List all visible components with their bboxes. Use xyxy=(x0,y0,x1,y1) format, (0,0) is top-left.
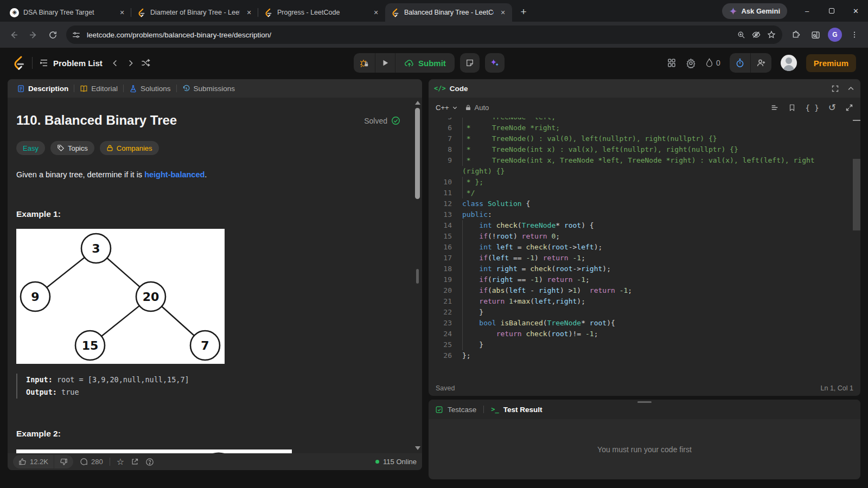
snippets-icon[interactable]: { } xyxy=(805,104,819,112)
browser-tab[interactable]: ✳DSA Binary Tree Target✕ xyxy=(4,3,131,22)
auto-mode[interactable]: Auto xyxy=(465,104,489,112)
tab-submissions[interactable]: Submissions xyxy=(178,85,239,93)
scroll-up-icon[interactable] xyxy=(415,101,420,105)
browser-tab[interactable]: Balanced Binary Tree - LeetCode✕ xyxy=(385,3,512,22)
dislike-button[interactable] xyxy=(54,455,73,468)
online-count: 115 Online xyxy=(383,458,417,466)
window-minimize-button[interactable]: – xyxy=(795,0,819,22)
svg-text:9: 9 xyxy=(31,290,39,304)
leetcode-logo[interactable] xyxy=(12,55,25,70)
collaborate-button[interactable] xyxy=(750,53,771,73)
example1-tree-image: 3920157 xyxy=(16,229,225,364)
zoom-icon[interactable] xyxy=(733,27,749,42)
forward-button[interactable] xyxy=(24,25,42,44)
streak-count: 0 xyxy=(716,59,720,67)
problem-statement: Given a binary tree, determine if it is … xyxy=(16,170,400,179)
tab-close-icon[interactable]: ✕ xyxy=(371,8,381,17)
lock-icon xyxy=(106,144,113,152)
reload-button[interactable] xyxy=(43,25,62,44)
language-selector[interactable]: C++ xyxy=(436,104,458,112)
like-button[interactable]: 12.2K xyxy=(13,455,54,468)
browser-tab[interactable]: Progress - LeetCode✕ xyxy=(258,3,385,22)
extensions-icon[interactable] xyxy=(787,25,805,44)
scroll-down-icon[interactable] xyxy=(415,446,420,450)
cursor-position: Ln 1, Col 1 xyxy=(821,384,853,392)
eye-off-icon[interactable] xyxy=(749,27,764,42)
code-editor[interactable]: 5 * TreeNode *left;6 * TreeNode *right;7… xyxy=(429,118,860,380)
address-bar[interactable]: leetcode.com/problems/balanced-binary-tr… xyxy=(66,25,782,44)
window-maximize-button[interactable] xyxy=(819,0,844,22)
window-close-button[interactable]: ✕ xyxy=(844,0,868,22)
run-button[interactable] xyxy=(375,53,395,73)
help-button[interactable] xyxy=(145,458,154,466)
favorite-button[interactable]: ☆ xyxy=(117,458,124,466)
streak-counter[interactable]: 0 xyxy=(705,58,720,68)
editor-status-bar: Saved Ln 1, Col 1 xyxy=(429,380,860,396)
editor-scrollbar[interactable] xyxy=(853,118,860,380)
topics-label: Topics xyxy=(68,144,88,152)
example1-io: Input: root = [3,9,20,null,null,15,7] Ou… xyxy=(16,374,400,399)
flask-icon xyxy=(129,85,137,93)
prev-problem-button[interactable] xyxy=(108,55,123,70)
tab-close-icon[interactable]: ✕ xyxy=(244,8,254,17)
submit-label: Submit xyxy=(418,59,446,68)
svg-text:15: 15 xyxy=(82,339,99,352)
editor-scrollbar-thumb[interactable] xyxy=(853,159,860,230)
premium-button[interactable]: Premium xyxy=(806,54,856,72)
random-problem-button[interactable] xyxy=(138,55,154,70)
scrollbar-thumb[interactable] xyxy=(415,108,420,199)
line-number: 11 xyxy=(429,188,452,198)
svg-text:7: 7 xyxy=(201,339,209,352)
code-line: 7 * TreeNode() : val(0), left(nullptr), … xyxy=(429,133,860,144)
overview-ruler-mark xyxy=(853,120,860,121)
bookmark-icon[interactable] xyxy=(788,104,796,112)
tab-description[interactable]: Description xyxy=(13,85,72,93)
profile-avatar[interactable]: G xyxy=(826,25,844,44)
tab-label: Solutions xyxy=(141,85,171,93)
line-number: 13 xyxy=(429,209,452,220)
tab-solutions[interactable]: Solutions xyxy=(125,85,175,93)
settings-gear-icon[interactable] xyxy=(686,58,696,68)
height-balanced-link[interactable]: height-balanced xyxy=(144,170,205,179)
tab-close-icon[interactable]: ✕ xyxy=(498,8,508,17)
site-info-icon[interactable] xyxy=(68,27,84,42)
next-problem-button[interactable] xyxy=(123,55,138,70)
notes-button[interactable] xyxy=(460,53,480,73)
tab-editorial[interactable]: Editorial xyxy=(76,85,122,93)
user-avatar[interactable] xyxy=(781,55,797,71)
tab-testcase[interactable]: Testcase xyxy=(435,406,476,414)
reset-code-icon[interactable]: ↺ xyxy=(828,103,836,112)
timer-button[interactable] xyxy=(730,53,750,73)
back-button[interactable] xyxy=(4,25,23,44)
ai-assistant-button[interactable] xyxy=(485,53,505,73)
submit-button[interactable]: Submit xyxy=(395,53,455,73)
fullscreen-icon[interactable] xyxy=(831,85,839,93)
browser-menu-icon[interactable] xyxy=(845,25,864,44)
tab-test-result[interactable]: >_ Test Result xyxy=(491,406,542,414)
solved-label: Solved xyxy=(364,117,387,125)
language-label: C++ xyxy=(436,104,449,112)
format-code-icon[interactable] xyxy=(770,104,779,112)
profile-avatar-letter: G xyxy=(828,28,842,42)
tab-close-icon[interactable]: ✕ xyxy=(117,8,127,17)
testcase-tab-label: Testcase xyxy=(448,406,476,414)
share-button[interactable] xyxy=(131,458,139,466)
comments-button[interactable]: 280 xyxy=(80,458,103,466)
new-tab-button[interactable]: + xyxy=(515,4,532,20)
problem-list-button[interactable]: Problem List xyxy=(39,58,108,68)
debug-button[interactable] xyxy=(354,53,375,73)
panel-resize-handle[interactable] xyxy=(416,269,419,284)
topics-tag[interactable]: Topics xyxy=(50,141,94,155)
line-number: 21 xyxy=(429,296,452,307)
companies-tag[interactable]: Companies xyxy=(100,141,159,155)
side-panel-icon[interactable] xyxy=(806,25,825,44)
test-panel-drag-handle[interactable] xyxy=(637,401,652,403)
bookmark-star-icon[interactable] xyxy=(764,27,779,42)
ask-gemini-button[interactable]: Ask Gemini xyxy=(722,3,787,19)
expand-editor-icon[interactable] xyxy=(845,104,853,112)
difficulty-badge[interactable]: Easy xyxy=(16,141,45,155)
layout-grid-icon[interactable] xyxy=(667,58,676,68)
collapse-panel-icon[interactable] xyxy=(847,85,855,93)
url-text[interactable]: leetcode.com/problems/balanced-binary-tr… xyxy=(87,31,733,39)
browser-tab[interactable]: Diameter of Binary Tree - LeetCo✕ xyxy=(131,3,258,22)
